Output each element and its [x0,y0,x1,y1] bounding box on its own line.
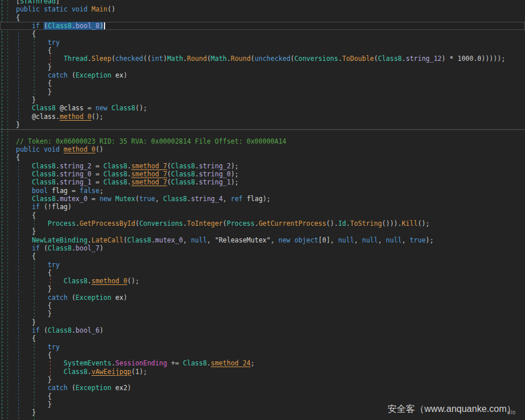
code-line[interactable]: if (Class8.bool_7) [0,244,525,252]
code-token: mutex_0 [60,195,87,203]
code-token: SessionEnding [115,359,167,367]
code-token [0,368,64,376]
code-token: . [56,178,60,186]
code-line[interactable]: Class8.string_2 = Class8.smethod_7(Class… [0,162,525,170]
code-token: } [0,96,36,104]
code-token: ref [231,195,243,203]
code-token: [ [0,0,20,5]
code-line[interactable]: { [0,392,525,400]
code-token: ( [374,55,378,63]
code-token: Class8 [32,162,56,170]
code-token: 0 [322,236,326,244]
text-caret [104,22,105,29]
code-line[interactable]: Class8 @class = new Class8(); [0,104,525,112]
code-token: Main [91,5,107,13]
code-token: null [191,236,207,244]
code-token: bool_6 [76,326,100,334]
code-line[interactable]: } [0,318,525,326]
code-token: Class8 [64,368,88,376]
code-line[interactable]: } [0,96,525,104]
code-line[interactable]: { [0,47,525,55]
code-line[interactable]: Process.GetProcessById(Conversions.ToInt… [0,219,525,228]
code-token [0,104,32,112]
code-line[interactable]: { [0,79,525,87]
code-line[interactable]: public void method_0() [0,145,525,153]
code-token: null [386,236,402,244]
code-line[interactable]: Class8.string_1 = Class8.smethod_7(Class… [0,178,525,186]
code-line[interactable]: { [0,153,525,161]
code-token: } [0,88,52,96]
code-line[interactable]: Class8.vAwEeijpgp(1); [0,368,525,376]
code-token [0,236,32,244]
code-token: method_0 [60,113,91,121]
code-token: null [338,236,354,244]
code-token: ( [167,170,171,178]
code-token: ); [231,178,239,186]
code-line[interactable]: } [0,88,525,96]
code-token [0,178,32,186]
code-line[interactable]: if (Class8.bool_6) [0,326,525,334]
code-token: ) * [442,55,458,63]
code-line[interactable]: bool flag = false; [0,187,525,195]
code-line[interactable]: Thread.Sleep(checked((int)Math.Round(Mat… [0,55,525,63]
code-line[interactable]: } [0,376,525,384]
code-token: . [56,162,60,170]
code-token: // Token: 0x06000023 RID: 35 RVA: 0x0000… [0,137,287,145]
code-line[interactable]: catch (Exception ex2) [0,384,525,392]
code-line[interactable]: Class8.mutex_0 = new Mutex(true, Class8.… [0,195,525,203]
code-line[interactable]: try [0,261,525,269]
code-line[interactable]: } [0,285,525,293]
code-line[interactable]: Class8.smethod_0(); [0,277,525,285]
code-token: @class [60,104,84,112]
code-editor[interactable]: [STAThread] public static void Main() { … [0,0,525,420]
code-token: if [32,22,40,30]
code-line[interactable]: } [0,63,525,71]
code-token [0,5,16,13]
code-line[interactable] [0,129,525,137]
code-token: . [128,178,132,186]
code-line[interactable]: { [0,252,525,260]
code-line[interactable]: { [0,302,525,310]
code-line[interactable]: { [0,351,525,359]
code-line[interactable]: { [0,211,525,219]
code-token: Class8 [103,170,128,178]
code-line[interactable]: NewLateBinding.LateCall(Class8.mutex_0, … [0,236,525,244]
code-token: ); [231,170,239,178]
code-token: , [155,195,163,203]
code-line[interactable]: } [0,121,525,129]
code-line[interactable]: SystemEvents.SessionEnding += Class8.sme… [0,359,525,367]
code-line[interactable]: try [0,38,525,47]
code-line[interactable]: Class8.string_0 = Class8.smethod_7(Class… [0,170,525,178]
code-line[interactable]: [STAThread] [0,0,525,5]
code-line[interactable]: catch (Exception ex) [0,71,525,79]
code-token: += [167,359,183,367]
code-token [0,187,32,195]
code-token: . [128,162,132,170]
code-token: (); [128,277,140,285]
code-line[interactable]: { [0,269,525,277]
code-token: vAwEeijpgp [91,368,131,376]
code-token: ) [99,326,103,334]
code-line[interactable]: } [0,228,525,236]
code-token: Round [187,55,207,63]
code-token: 1000.0 [457,55,481,63]
code-line-current[interactable]: if (Class8.bool_8) [0,22,525,30]
code-token [0,38,48,47]
code-token [0,219,48,228]
code-line[interactable]: } [0,310,525,318]
code-line[interactable]: { [0,30,525,38]
code-line[interactable]: { [0,14,525,22]
code-line[interactable]: catch (Exception ex) [0,294,525,302]
code-token: try [48,343,60,351]
code-token: Conversions [139,219,183,228]
code-line[interactable]: { [0,334,525,342]
code-token: smethod_24 [211,359,250,367]
code-line[interactable]: public static void Main() [0,5,525,13]
code-token: ))))); [481,55,505,63]
code-token: Class8 [103,178,128,186]
code-line[interactable]: // Token: 0x06000023 RID: 35 RVA: 0x0000… [0,137,525,145]
code-line[interactable]: try [0,343,525,351]
code-token: NewLateBinding [32,236,87,244]
code-line[interactable]: if (!flag) [0,203,525,211]
code-line[interactable]: @class.method_0(); [0,113,525,121]
